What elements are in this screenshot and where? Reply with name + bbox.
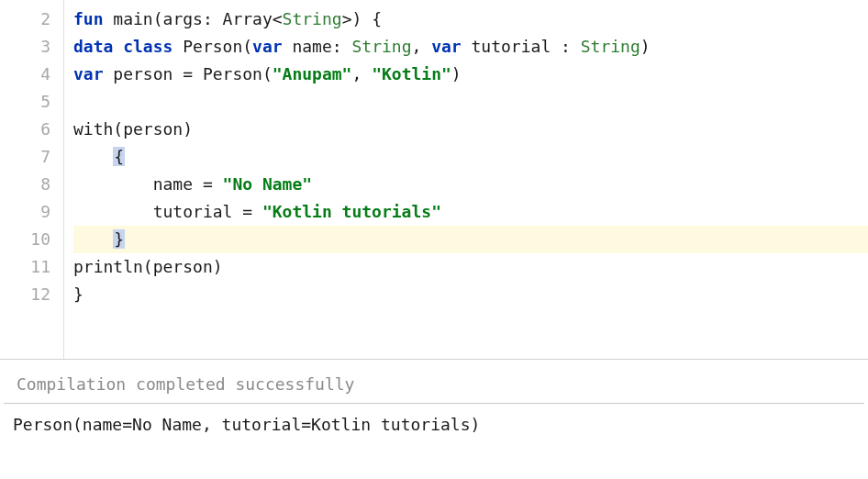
code-line[interactable]: fun main(args: Array<String>) { <box>73 6 868 33</box>
code-token: with(person) <box>73 119 193 139</box>
code-line[interactable]: name = "No Name" <box>73 171 868 198</box>
code-line[interactable]: } <box>73 281 868 308</box>
code-token: var <box>252 37 283 56</box>
code-token: >) { <box>342 9 382 28</box>
code-token: "Kotlin" <box>372 64 451 84</box>
line-number: 2 <box>18 6 50 33</box>
code-line[interactable]: } <box>73 226 868 253</box>
line-number: 8 <box>18 171 50 198</box>
editor-pane: 23456789101112 fun main(args: Array<Stri… <box>0 0 868 360</box>
code-line[interactable]: with(person) <box>73 116 868 143</box>
code-line[interactable]: var person = Person("Anupam", "Kotlin") <box>73 61 868 88</box>
code-line[interactable] <box>73 88 868 116</box>
line-number: 12 <box>18 281 50 308</box>
code-line[interactable]: tutorial = "Kotlin tutorials" <box>73 198 868 226</box>
line-number: 4 <box>18 61 50 88</box>
code-line[interactable]: data class Person(var name: String, var … <box>73 33 868 61</box>
code-area[interactable]: fun main(args: Array<String>) {data clas… <box>64 0 868 359</box>
code-token: tutorial : <box>462 37 581 56</box>
code-token: var <box>73 64 104 84</box>
line-number-gutter: 23456789101112 <box>0 0 64 359</box>
line-number: 6 <box>18 116 50 143</box>
code-token: { <box>113 147 125 166</box>
code-line[interactable]: { <box>73 143 868 171</box>
code-token <box>172 37 183 56</box>
code-token: println(person) <box>73 257 223 276</box>
code-token: } <box>113 229 125 249</box>
code-line[interactable]: println(person) <box>73 253 868 281</box>
code-token: String <box>581 37 640 56</box>
line-number: 7 <box>18 143 50 171</box>
code-token: } <box>73 284 83 304</box>
code-token: String <box>351 37 411 56</box>
program-output: Person(name=No Name, tutorial=Kotlin tut… <box>0 404 868 445</box>
code-token: Person( <box>183 37 252 56</box>
code-token: name: <box>283 37 352 56</box>
compilation-status: Compilation completed successfully <box>0 360 868 403</box>
code-token <box>73 147 113 166</box>
code-token: person = Person( <box>104 64 273 84</box>
code-token: ) <box>451 64 462 84</box>
line-number: 9 <box>18 198 50 226</box>
code-token <box>104 9 114 28</box>
code-token <box>73 229 113 249</box>
line-number: 3 <box>18 33 50 61</box>
code-token: , <box>351 64 372 84</box>
code-token: , <box>411 37 431 56</box>
code-token: tutorial = <box>73 202 262 221</box>
code-token: "No Name" <box>223 174 313 194</box>
line-number: 10 <box>18 226 50 253</box>
code-token: "Kotlin tutorials" <box>262 202 441 221</box>
code-token: main(args: Array< <box>113 9 282 28</box>
code-token: fun <box>73 9 104 28</box>
code-token: "Anupam" <box>273 64 352 84</box>
code-token: var <box>431 37 462 56</box>
code-token: name = <box>73 174 223 194</box>
code-token: String <box>283 9 342 28</box>
code-token: data class <box>73 37 172 56</box>
line-number: 11 <box>18 253 50 281</box>
line-number: 5 <box>18 88 50 116</box>
code-token: ) <box>640 37 651 56</box>
output-pane: Compilation completed successfully Perso… <box>0 360 868 445</box>
